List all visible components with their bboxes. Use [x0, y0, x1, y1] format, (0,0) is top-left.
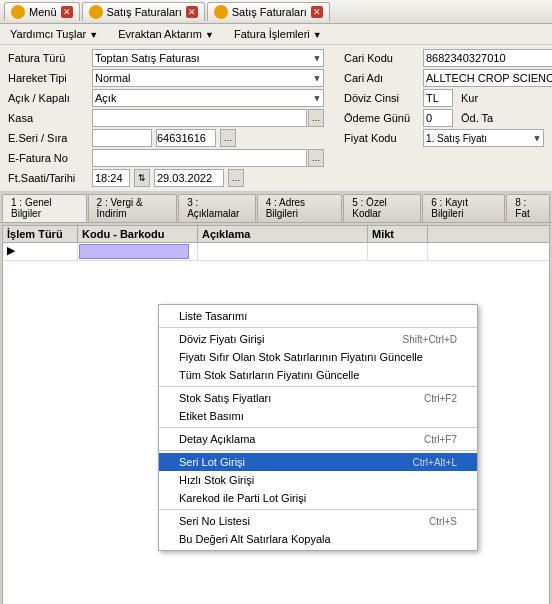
fiyat-kodu-row: Fiyat Kodu 1. Satış Fiyatı ▼	[344, 129, 544, 147]
time-input[interactable]	[92, 169, 130, 187]
eseri-input[interactable]	[92, 129, 152, 147]
tab-vergi-indirim[interactable]: 2 : Vergi & İndirim	[88, 194, 178, 222]
ctx-karekod[interactable]: Karekod ile Parti Lot Girişi	[159, 489, 477, 507]
hareket-tipi-row: Hareket Tipi Normal ▼	[8, 69, 324, 87]
col-mikt: Mikt	[368, 226, 428, 242]
ftsaati-row: Ft.Saati/Tarihi ⇅ …	[8, 169, 324, 187]
fiyat-kodu-label: Fiyat Kodu	[344, 132, 419, 144]
cari-adi-row: Cari Adı	[344, 69, 544, 87]
menu-bar: Yardımcı Tuşlar ▼ Evraktan Aktarım ▼ Fat…	[0, 24, 552, 45]
ctx-sep-5	[159, 509, 477, 510]
cell-mikt-1	[368, 243, 428, 260]
fatura-turu-select[interactable]: Toptan Satış Faturası ▼	[92, 49, 324, 67]
kasa-input-group: …	[92, 109, 324, 127]
odeme-gunu-label: Ödeme Günü	[344, 112, 419, 124]
ctx-fiyati-sifir[interactable]: Fiyatı Sıfır Olan Stok Satırlarının Fiya…	[159, 348, 477, 366]
title-tab-satis1[interactable]: Satış Faturaları ✕	[82, 2, 205, 21]
hareket-tipi-label: Hareket Tipi	[8, 72, 88, 84]
tab-aciklamalar[interactable]: 3 : Açıklamalar	[178, 194, 256, 222]
menu-evraktan[interactable]: Evraktan Aktarım ▼	[112, 26, 220, 42]
od-ta-label: Öd. Ta	[461, 112, 493, 124]
hareket-tipi-arrow: ▼	[313, 74, 321, 83]
col-kodu-barkodu: Kodu - Barkodu	[78, 226, 198, 242]
kodu-input[interactable]	[79, 244, 189, 259]
date-input[interactable]	[154, 169, 224, 187]
tab-genel-bilgiler[interactable]: 1 : Genel Bilgiler	[2, 194, 87, 222]
evraktan-arrow-icon: ▼	[205, 30, 214, 40]
acik-kapali-label: Açık / Kapalı	[8, 92, 88, 104]
grid-wrapper: İşlem Türü Kodu - Barkodu Açıklama Mikt …	[0, 223, 552, 604]
satis1-tab-label: Satış Faturaları	[107, 6, 182, 18]
cari-kodu-label: Cari Kodu	[344, 52, 419, 64]
grid-row-1: ▶	[3, 243, 549, 261]
satis2-close-button[interactable]: ✕	[311, 6, 323, 18]
ctx-detay-aciklama[interactable]: Detay Açıklama Ctrl+F7	[159, 430, 477, 448]
menu-yardimci[interactable]: Yardımcı Tuşlar ▼	[4, 26, 104, 42]
menu-close-button[interactable]: ✕	[61, 6, 73, 18]
ctx-bu-degeri-kopyala[interactable]: Bu Değeri Alt Satırlara Kopyala	[159, 530, 477, 548]
kasa-label: Kasa	[8, 112, 88, 124]
time-spin-button[interactable]: ⇅	[134, 169, 150, 187]
ctx-tum-stok[interactable]: Tüm Stok Satırların Fiyatını Güncelle	[159, 366, 477, 384]
satis2-tab-label: Satış Faturaları	[232, 6, 307, 18]
acik-kapali-row: Açık / Kapalı Açık ▼	[8, 89, 324, 107]
odeme-gunu-input[interactable]	[423, 109, 453, 127]
acik-kapali-select[interactable]: Açık ▼	[92, 89, 324, 107]
cari-adi-label: Cari Adı	[344, 72, 419, 84]
cari-kodu-row: Cari Kodu	[344, 49, 544, 67]
title-tab-satis2[interactable]: Satış Faturaları ✕	[207, 2, 330, 21]
esira-input[interactable]	[156, 129, 216, 147]
ctx-sep-2	[159, 386, 477, 387]
ctx-seri-lot-girisi[interactable]: Seri Lot Girişi Ctrl+Alt+L	[159, 453, 477, 471]
satis2-icon	[214, 5, 228, 19]
tab-kayit-bilgileri[interactable]: 6 : Kayıt Bilgileri	[422, 194, 505, 222]
fiyat-kodu-select[interactable]: 1. Satış Fiyatı ▼	[423, 129, 544, 147]
col-aciklama: Açıklama	[198, 226, 368, 242]
title-tab-menu[interactable]: Menü ✕	[4, 2, 80, 21]
cell-kodu-1[interactable]	[78, 243, 198, 260]
kasa-browse-button[interactable]: …	[308, 109, 324, 127]
fiyat-kodu-arrow: ▼	[533, 134, 541, 143]
tab-ozel-kodlar[interactable]: 5 : Özel Kodlar	[343, 194, 421, 222]
fatura-arrow-icon: ▼	[313, 30, 322, 40]
menu-icon	[11, 5, 25, 19]
menu-fatura-islemleri[interactable]: Fatura İşlemleri ▼	[228, 26, 328, 42]
efatura-row: E-Fatura No …	[8, 149, 324, 167]
ctx-liste-tasarimi[interactable]: Liste Tasarımı	[159, 307, 477, 325]
ctx-sep-3	[159, 427, 477, 428]
main-content: İşlem Türü Kodu - Barkodu Açıklama Mikt …	[0, 223, 552, 604]
kasa-input[interactable]	[92, 109, 307, 127]
ctx-doviz-fiyati[interactable]: Döviz Fiyatı Girişi Shift+Ctrl+D	[159, 330, 477, 348]
tabs-bar: 1 : Genel Bilgiler 2 : Vergi & İndirim 3…	[0, 192, 552, 223]
cari-adi-input[interactable]	[423, 69, 552, 87]
context-menu: Liste Tasarımı Döviz Fiyatı Girişi Shift…	[158, 304, 478, 551]
ctx-doviz-shortcut: Shift+Ctrl+D	[403, 334, 457, 345]
cari-kodu-input[interactable]	[423, 49, 552, 67]
tab-fat[interactable]: 8 : Fat	[506, 194, 550, 222]
satis1-close-button[interactable]: ✕	[186, 6, 198, 18]
tab-adres-bilgileri[interactable]: 4 : Adres Bilgileri	[257, 194, 343, 222]
efatura-browse-button[interactable]: …	[308, 149, 324, 167]
yardimci-arrow-icon: ▼	[89, 30, 98, 40]
ctx-seri-no-listesi[interactable]: Seri No Listesi Ctrl+S	[159, 512, 477, 530]
fatura-turu-arrow: ▼	[313, 54, 321, 63]
ctx-stok-satis-shortcut: Ctrl+F2	[424, 393, 457, 404]
efatura-input-group: …	[92, 149, 324, 167]
ctx-hizli-stok[interactable]: Hızlı Stok Girişi	[159, 471, 477, 489]
efatura-input[interactable]	[92, 149, 307, 167]
eseri-browse-button[interactable]: …	[220, 129, 236, 147]
ctx-sep-1	[159, 327, 477, 328]
ctx-etiket-basimi[interactable]: Etiket Basımı	[159, 407, 477, 425]
datetime-group: ⇅ …	[92, 169, 244, 187]
eseri-row: E.Seri / Sıra …	[8, 129, 324, 147]
form-left: Fatura Türü Toptan Satış Faturası ▼ Hare…	[8, 49, 324, 187]
grid-header: İşlem Türü Kodu - Barkodu Açıklama Mikt	[3, 226, 549, 243]
doviz-cinsi-input[interactable]	[423, 89, 453, 107]
hareket-tipi-select[interactable]: Normal ▼	[92, 69, 324, 87]
ctx-stok-satis[interactable]: Stok Satış Fiyatları Ctrl+F2	[159, 389, 477, 407]
date-browse-button[interactable]: …	[228, 169, 244, 187]
acik-kapali-arrow: ▼	[313, 94, 321, 103]
odeme-gunu-row: Ödeme Günü Öd. Ta	[344, 109, 544, 127]
grid-area: İşlem Türü Kodu - Barkodu Açıklama Mikt …	[2, 225, 550, 604]
efatura-label: E-Fatura No	[8, 152, 88, 164]
